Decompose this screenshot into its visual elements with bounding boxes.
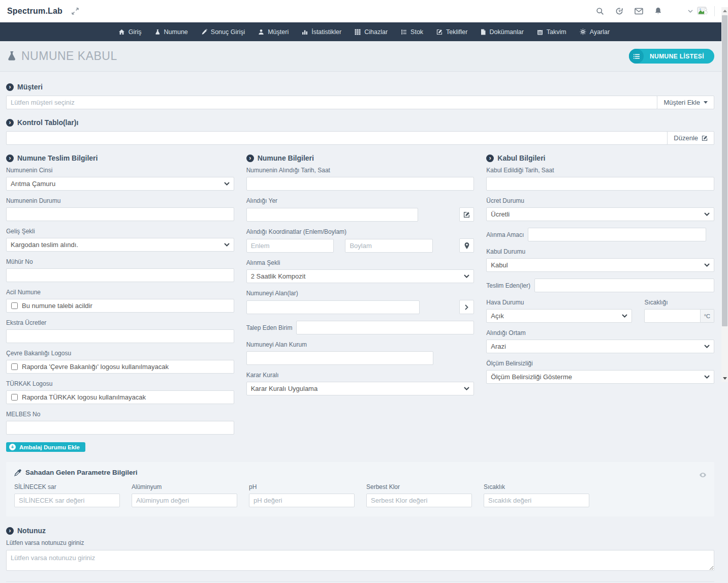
alinma-sekli-select[interactable]: 2 Saatlik Kompozit xyxy=(246,269,474,283)
top-bar: Spectrum.Lab xyxy=(0,0,728,22)
numuneyi-alanlar-input[interactable] xyxy=(246,300,420,314)
alindigi-yer-edit-button[interactable] xyxy=(459,207,474,222)
chevron-right-button[interactable] xyxy=(459,300,474,314)
talep-eden-birim-input[interactable] xyxy=(296,321,474,334)
nav-item-dokumanlar[interactable]: Dokümanlar xyxy=(474,22,530,41)
nav-item-musteri[interactable]: Müşteri xyxy=(251,22,295,41)
muhur-no-input[interactable] xyxy=(6,268,234,282)
edit-icon xyxy=(702,135,708,141)
bar-chart-icon xyxy=(302,29,308,35)
nav-item-giris[interactable]: Giriş xyxy=(112,22,148,41)
boylam-input[interactable] xyxy=(345,239,433,253)
fullscreen-toggle-icon[interactable] xyxy=(72,8,79,15)
divider xyxy=(6,581,714,582)
field-label: Numunenin Durumu xyxy=(6,197,234,204)
musteri-select-input[interactable] xyxy=(6,96,657,109)
acil-numune-checkbox-box: Bu numune talebi acildir xyxy=(6,299,234,313)
alindigi-yer-input[interactable] xyxy=(246,208,419,222)
field-label: Sıcaklığı xyxy=(644,299,714,306)
calendar-icon xyxy=(537,29,543,35)
celsius-unit: °C xyxy=(701,309,714,323)
field-label: Numunenin Alındığı Tarih, Saat xyxy=(246,167,474,174)
sicaklik-degeri-input[interactable] xyxy=(484,494,589,507)
user-menu-caret-icon[interactable] xyxy=(688,10,693,13)
page-title: NUMUNE KABUL xyxy=(7,49,117,63)
serbest-klor-input[interactable] xyxy=(366,494,472,507)
nav-item-cihazlar[interactable]: Cihazlar xyxy=(348,22,394,41)
not-label: Lütfen varsa notunuzu giriniz xyxy=(6,539,714,546)
chevron-right-icon xyxy=(465,304,468,310)
section-musteri-header: › Müşteri xyxy=(6,83,714,91)
nav-item-takvim[interactable]: Takvim xyxy=(530,22,573,41)
field-label: Numuneyi Alan Kurum xyxy=(246,341,474,348)
user-avatar[interactable] xyxy=(696,6,709,17)
cevre-logo-checkbox[interactable] xyxy=(11,363,18,370)
map-pin-icon xyxy=(464,242,469,249)
teslim-edenler-input[interactable] xyxy=(534,279,714,292)
nav-item-istatistikler[interactable]: İstatistikler xyxy=(295,22,348,41)
field-label: Mühür No xyxy=(6,258,234,265)
musteri-ekle-button[interactable]: Müşteri Ekle xyxy=(657,96,714,109)
numune-listesi-button[interactable]: NUMUNE LİSTESİ xyxy=(629,49,714,64)
chevron-circle-icon: › xyxy=(486,155,494,162)
map-pin-button[interactable] xyxy=(459,238,474,253)
nav-item-numune[interactable]: Numune xyxy=(148,22,195,41)
field-label: Ölçüm Belirsizliği xyxy=(486,360,714,367)
duzenle-button[interactable]: Düzenle xyxy=(667,131,714,145)
alindigi-tarih-input[interactable] xyxy=(246,177,474,191)
aluminyum-input[interactable] xyxy=(132,494,237,507)
field-label: MELBES No xyxy=(6,411,234,418)
scrollbar-up-arrow[interactable] xyxy=(721,7,728,15)
ucret-durumu-select[interactable]: Ücretli xyxy=(486,207,714,221)
melbes-no-input[interactable] xyxy=(6,421,234,435)
eye-icon[interactable] xyxy=(700,470,706,479)
kontrol-tablo-input[interactable] xyxy=(6,131,668,145)
chevron-down-icon xyxy=(622,314,627,318)
nav-item-stok[interactable]: Stok xyxy=(394,22,430,41)
alinma-amaci-input[interactable] xyxy=(528,228,706,241)
vertical-scrollbar[interactable] xyxy=(721,7,728,382)
karar-kurali-select[interactable]: Karar Kuralı Uygulama xyxy=(246,382,474,395)
kabul-tarih-input[interactable] xyxy=(486,177,714,191)
musteri-input-group: Müşteri Ekle xyxy=(6,96,714,109)
gelis-sekli-select[interactable]: Kargodan teslim alındı. xyxy=(6,238,234,252)
olcum-belirsizligi-select[interactable]: Ölçüm Belirsizliği Gösterme xyxy=(486,370,714,384)
scrollbar-down-arrow[interactable] xyxy=(721,375,728,382)
not-textarea[interactable] xyxy=(6,550,714,571)
nav-item-teklifler[interactable]: Teklifler xyxy=(430,22,474,41)
sicaklik-input[interactable] xyxy=(644,309,700,323)
chevron-circle-icon: › xyxy=(6,527,14,535)
ekstra-ucretler-input[interactable] xyxy=(6,329,234,343)
field-label: TÜRKAK Logosu xyxy=(6,380,234,387)
numunenin-durumu-input[interactable] xyxy=(6,207,234,221)
alindigi-ortam-select[interactable]: Arazi xyxy=(486,340,714,353)
field-label: Alüminyum xyxy=(132,483,237,490)
silinecek-sar-input[interactable] xyxy=(14,494,120,507)
turkak-logo-checkbox-box: Raporda TÜRKAK logosu kullanılmayacak xyxy=(6,390,234,404)
scrollbar-thumb[interactable] xyxy=(722,15,727,326)
nav-item-ayarlar[interactable]: Ayarlar xyxy=(573,22,616,41)
ambalaj-durumu-ekle-button[interactable]: + Ambalaj Durumu Ekle xyxy=(6,442,85,452)
history-icon[interactable] xyxy=(610,7,629,15)
section-kabul-header: › Kabul Bilgileri xyxy=(486,154,714,162)
acil-numune-checkbox[interactable] xyxy=(11,302,18,309)
field-label: Geliş Şekli xyxy=(6,228,234,235)
field-label: Alınma Şekli xyxy=(246,259,474,266)
file-icon xyxy=(481,29,486,35)
saha-header: Sahadan Gelen Parametre Bilgileri xyxy=(14,469,706,476)
numunenin-cinsi-select[interactable]: Arıtma Çamuru xyxy=(6,177,234,191)
enlem-input[interactable] xyxy=(246,239,334,253)
section-kontrol-header: › Kontrol Tablo(lar)ı xyxy=(6,118,714,127)
page-header: NUMUNE KABUL NUMUNE LİSTESİ xyxy=(0,41,728,72)
turkak-logo-checkbox[interactable] xyxy=(11,394,18,401)
numuneyi-alan-kurum-input[interactable] xyxy=(246,351,433,365)
field-label: Serbest Klor xyxy=(366,483,472,490)
nav-item-sonuc-girisi[interactable]: Sonuç Girişi xyxy=(195,22,251,41)
kabul-durumu-select[interactable]: Kabul xyxy=(486,258,714,272)
search-icon[interactable] xyxy=(590,7,610,15)
notifications-icon[interactable] xyxy=(648,7,668,15)
hava-durumu-select[interactable]: Açık xyxy=(486,309,632,323)
section-numune-header: › Numune Bilgileri xyxy=(246,154,474,162)
ph-input[interactable] xyxy=(249,494,355,507)
messages-icon[interactable] xyxy=(629,8,648,15)
